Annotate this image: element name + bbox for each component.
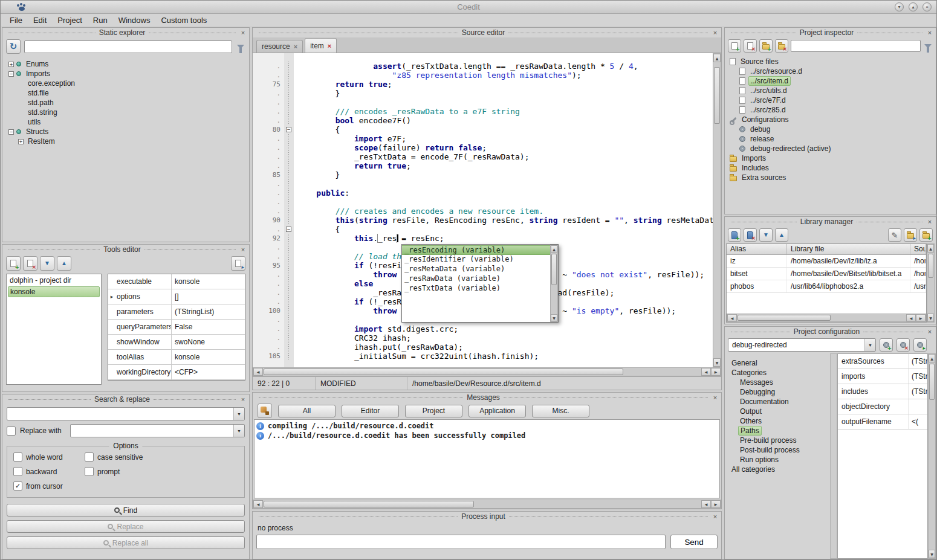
symbol-tree-item[interactable]: −Structs xyxy=(4,127,248,137)
tab-close-icon[interactable]: × xyxy=(328,42,331,50)
category-item[interactable]: Documentation xyxy=(725,397,830,407)
scroll-up-icon[interactable]: ▲ xyxy=(929,354,935,362)
symbol-tree-item[interactable]: +Enums xyxy=(4,59,248,69)
code-line[interactable]: 92 this._res = resEnc; xyxy=(253,234,713,243)
message-row[interactable]: i/.../build/resource.d.coedit has been s… xyxy=(255,431,719,440)
category-item[interactable]: Others xyxy=(725,416,830,426)
project-tree-item[interactable]: ../src/item.d xyxy=(725,76,936,86)
tree-expand-toggle[interactable]: + xyxy=(8,62,14,67)
open-tool-in-editor-button[interactable]: ▸ xyxy=(231,256,245,271)
code-line[interactable]: . import e7F; xyxy=(253,134,713,143)
completion-item[interactable]: _resIdentifier (variable) xyxy=(402,255,550,265)
scroll-up-icon[interactable]: ▲ xyxy=(551,245,557,253)
property-value[interactable]: [] xyxy=(172,292,245,301)
option-checkbox-whole-word[interactable]: whole word xyxy=(13,452,85,462)
window-close-icon[interactable]: × xyxy=(922,2,932,11)
code-line[interactable]: . _resTxtData = encode_7F(_resRawData); xyxy=(253,152,713,161)
scroll-track[interactable] xyxy=(263,368,701,376)
menu-item-run[interactable]: Run xyxy=(88,14,113,26)
property-value[interactable]: (TStringList) xyxy=(909,384,927,399)
code-line[interactable]: . xyxy=(253,98,713,107)
scroll-left-icon[interactable]: ◀ xyxy=(727,314,737,321)
scroll-left-icon[interactable]: ◀ xyxy=(701,368,711,376)
property-row[interactable]: objectDirectory xyxy=(838,399,927,414)
configuration-selector[interactable]: debug-redirected ▼ xyxy=(728,338,876,352)
project-tree-item[interactable]: Configurations xyxy=(725,115,936,124)
option-checkbox-prompt[interactable]: prompt xyxy=(85,467,238,476)
code-line[interactable]: .− { xyxy=(253,225,713,234)
symbol-tree-item[interactable]: utils xyxy=(4,117,248,127)
symbol-filter-input[interactable] xyxy=(24,40,232,53)
scroll-left-icon[interactable]: ◀ xyxy=(253,500,263,508)
project-tree-item[interactable]: debug xyxy=(725,124,936,134)
scroll-track[interactable] xyxy=(551,253,557,314)
scroll-thumb[interactable] xyxy=(551,254,557,285)
remove-tool-button[interactable]: × xyxy=(23,256,37,271)
remove-library-button[interactable]: × xyxy=(744,228,757,242)
scroll-down-icon[interactable]: ▼ xyxy=(713,358,721,367)
message-row[interactable]: icompiling /.../build/resource.d.coedit xyxy=(255,421,719,431)
code-line[interactable]: . /// creates and encodes a new resource… xyxy=(253,207,713,216)
editor-horizontal-scrollbar[interactable]: ◀ ◀ ▶ xyxy=(253,367,721,376)
completion-item[interactable]: _resEncoding (variable) xyxy=(402,245,550,255)
property-row[interactable]: extraSources(TStringList) xyxy=(838,354,927,369)
project-tree-item[interactable]: debug-redirected (active) xyxy=(725,144,936,153)
column-header[interactable]: Alias xyxy=(727,244,787,254)
scroll-thumb[interactable] xyxy=(714,67,720,124)
panel-close-icon[interactable]: × xyxy=(239,246,247,253)
replace-button[interactable]: Replace xyxy=(7,520,245,533)
scroll-right-icon[interactable]: ▶ xyxy=(711,500,721,508)
find-button[interactable]: Find xyxy=(7,504,245,517)
category-item[interactable]: Debugging xyxy=(725,387,830,397)
scroll-down-icon[interactable]: ▼ xyxy=(929,550,935,558)
property-value[interactable]: (TStringList) xyxy=(172,307,245,316)
code-line[interactable]: . "z85 representation length mismatches"… xyxy=(253,71,713,80)
property-value[interactable]: (TStringList) xyxy=(909,354,927,369)
symbol-tree-item[interactable]: std.path xyxy=(4,98,248,108)
code-line[interactable]: 75 return true; xyxy=(253,80,713,89)
scroll-thumb[interactable] xyxy=(738,315,831,321)
symbol-tree-item[interactable]: core.exception xyxy=(4,79,248,88)
code-line[interactable]: 90 this(string resFile, ResEncoding resE… xyxy=(253,216,713,225)
property-value[interactable]: konsole xyxy=(172,277,245,286)
property-value[interactable]: swoNone xyxy=(172,338,245,346)
code-line[interactable]: . assert(_resTxtData.length == _resRawDa… xyxy=(253,62,713,71)
add-library-button[interactable]: + xyxy=(728,228,741,242)
dropdown-button[interactable]: ▼ xyxy=(864,339,875,351)
scroll-thumb[interactable] xyxy=(264,501,474,507)
scroll-left-icon[interactable]: ◀ xyxy=(701,500,711,508)
property-row[interactable]: ▸options[] xyxy=(108,289,245,304)
add-source-button[interactable]: + xyxy=(728,39,741,53)
property-row[interactable]: queryParametersFalse xyxy=(108,320,245,335)
window-shade-icon[interactable]: ▾ xyxy=(895,2,904,11)
process-input-field[interactable] xyxy=(256,535,666,549)
tab-close-icon[interactable]: × xyxy=(294,43,297,50)
messages-filter-misc[interactable]: Misc. xyxy=(532,405,589,417)
symbol-tree-item[interactable]: −Imports xyxy=(4,69,248,79)
send-button[interactable]: Send xyxy=(670,535,718,549)
scroll-thumb[interactable] xyxy=(929,364,935,400)
tree-expand-toggle[interactable]: + xyxy=(18,139,24,144)
option-checkbox-backward[interactable]: backward xyxy=(13,467,85,476)
code-line[interactable]: 80− { xyxy=(253,125,713,134)
remove-source-button[interactable]: × xyxy=(744,39,757,53)
column-header[interactable]: Sources xyxy=(910,244,926,254)
scroll-thumb[interactable] xyxy=(928,254,933,278)
code-line[interactable]: 105 _initialSum = crc322uint(ihash.finis… xyxy=(253,352,713,361)
category-item[interactable]: Paths xyxy=(725,426,830,436)
project-tree-item[interactable]: release xyxy=(725,134,936,144)
replace-term-combobox[interactable]: ▼ xyxy=(70,424,245,437)
panel-close-icon[interactable]: × xyxy=(239,396,247,403)
menu-item-custom-tools[interactable]: Custom tools xyxy=(155,14,212,26)
code-line[interactable]: . xyxy=(253,179,713,188)
property-row[interactable]: includes(TStringList) xyxy=(838,384,927,399)
add-tool-button[interactable]: + xyxy=(6,256,21,271)
scroll-track[interactable] xyxy=(263,500,701,508)
project-tree-item[interactable]: ../src/z85.d xyxy=(725,105,936,115)
move-tool-up-button[interactable]: ▲ xyxy=(57,256,71,271)
replace-all-button[interactable]: Replace all xyxy=(7,536,245,549)
scroll-thumb[interactable] xyxy=(264,369,623,375)
option-checkbox-case-sensitive[interactable]: case sensitive xyxy=(85,452,238,462)
search-term-combobox[interactable]: ▼ xyxy=(7,407,245,420)
code-line[interactable]: . return true; xyxy=(253,161,713,170)
